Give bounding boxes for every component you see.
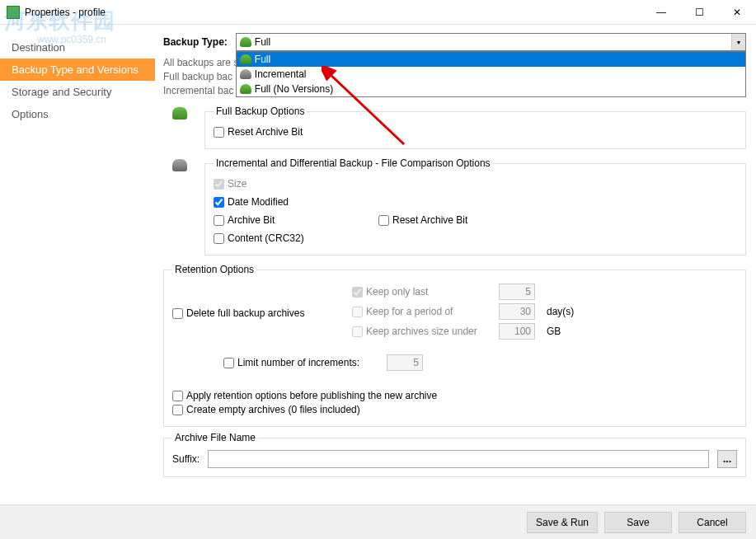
footer: Save & Run Save Cancel — [0, 504, 756, 539]
disk-green-icon — [172, 107, 187, 120]
disk-green-icon — [240, 84, 251, 94]
retention-legend: Retention Options — [172, 264, 256, 275]
disk-grey-icon — [172, 159, 187, 171]
reset-archive-bit-inc-checkbox[interactable]: Reset Archive Bit — [378, 214, 737, 226]
maximize-button[interactable]: ☐ — [680, 0, 718, 25]
disk-grey-icon — [240, 69, 251, 79]
window-title: Properties - profile — [25, 7, 106, 18]
backup-type-value: Full — [255, 36, 270, 48]
limit-increments-value — [387, 354, 423, 371]
sidebar-item-options[interactable]: Options — [0, 103, 155, 125]
backup-type-dropdown: Full Incremental Full (No Versions) — [236, 51, 746, 97]
main-panel: Backup Type: Full ▾ Full Incremental — [155, 25, 756, 503]
sidebar-item-backup-type[interactable]: Backup Type and Versions — [0, 59, 155, 81]
create-empty-archives-checkbox[interactable]: Create empty archives (0 files included) — [172, 404, 737, 415]
delete-full-backup-checkbox[interactable]: Delete full backup archives — [172, 307, 337, 319]
backup-type-label: Backup Type: — [163, 36, 228, 48]
limit-increments-checkbox[interactable]: Limit number of increments: — [223, 357, 380, 368]
keep-size-checkbox: Keep archives size under — [352, 326, 492, 337]
disk-green-icon — [240, 37, 251, 47]
archive-file-name: Archive File Name Suffix: ... — [163, 432, 746, 477]
date-modified-checkbox[interactable]: Date Modified — [214, 196, 370, 208]
reset-archive-bit-checkbox[interactable]: Reset Archive Bit — [214, 126, 737, 138]
disk-green-icon — [240, 54, 251, 64]
minimize-button[interactable]: — — [642, 0, 680, 25]
full-backup-options: Full Backup Options Reset Archive Bit — [204, 105, 746, 149]
backup-type-combo[interactable]: Full ▾ Full Incremental Full (No Version… — [236, 33, 746, 51]
keep-only-last-checkbox: Keep only last — [352, 286, 492, 298]
incremental-options: Incremental and Differential Backup - Fi… — [204, 157, 746, 255]
dropdown-item-incremental[interactable]: Incremental — [237, 67, 745, 82]
retention-options: Retention Options Delete full backup arc… — [163, 264, 746, 427]
dropdown-item-full-no-versions[interactable]: Full (No Versions) — [237, 82, 745, 96]
sidebar-item-destination[interactable]: Destination — [0, 36, 155, 59]
suffix-label: Suffix: — [172, 453, 200, 465]
keep-period-value — [499, 303, 535, 320]
keep-size-unit: GB — [547, 326, 561, 337]
app-icon — [7, 6, 20, 19]
cancel-button[interactable]: Cancel — [679, 512, 746, 533]
suffix-input[interactable] — [208, 450, 709, 468]
save-button[interactable]: Save — [604, 512, 672, 533]
size-checkbox: Size — [214, 178, 370, 190]
archive-filename-legend: Archive File Name — [172, 432, 258, 443]
incremental-legend: Incremental and Differential Backup - Fi… — [214, 157, 493, 169]
keep-size-value — [499, 323, 535, 340]
archive-bit-checkbox[interactable]: Archive Bit — [214, 214, 370, 226]
apply-retention-before-checkbox[interactable]: Apply retention options before publishin… — [172, 390, 737, 401]
sidebar: Destination Backup Type and Versions Sto… — [0, 25, 155, 503]
close-button[interactable]: ✕ — [718, 0, 756, 25]
suffix-browse-button[interactable]: ... — [717, 450, 737, 468]
chevron-down-icon[interactable]: ▾ — [731, 34, 745, 50]
save-run-button[interactable]: Save & Run — [527, 512, 598, 533]
keep-period-checkbox: Keep for a period of — [352, 306, 492, 317]
window-controls: — ☐ ✕ — [642, 0, 756, 25]
content-crc32-checkbox[interactable]: Content (CRC32) — [214, 232, 370, 244]
full-backup-legend: Full Backup Options — [214, 105, 307, 117]
titlebar: Properties - profile — ☐ ✕ — [0, 0, 756, 25]
keep-last-value — [499, 284, 535, 300]
keep-period-unit: day(s) — [547, 306, 574, 317]
dropdown-item-full[interactable]: Full — [237, 52, 745, 67]
sidebar-item-storage-security[interactable]: Storage and Security — [0, 81, 155, 103]
